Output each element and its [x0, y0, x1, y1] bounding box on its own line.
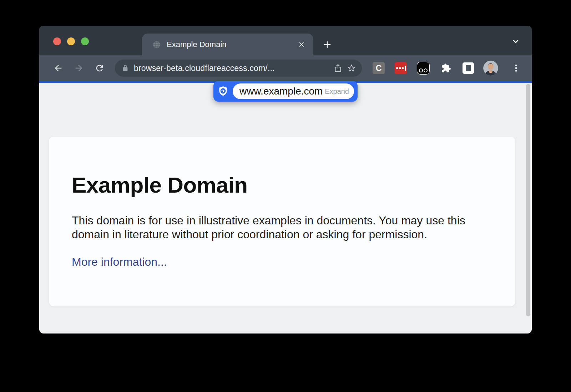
tab-close-icon[interactable]	[295, 39, 308, 51]
tab-search-chevron-icon[interactable]	[509, 36, 522, 46]
tab-title: Example Domain	[167, 40, 295, 49]
bookmark-star-icon[interactable]	[345, 61, 358, 75]
globe-favicon-icon	[152, 40, 161, 49]
expand-button[interactable]: Expand	[325, 87, 349, 96]
tab-strip: Example Domain	[39, 26, 532, 55]
content-card: Example Domain This domain is for use in…	[49, 137, 515, 306]
isolation-site-url: www.example.com	[239, 86, 323, 97]
page-paragraph: This domain is for use in illustrative e…	[72, 214, 489, 241]
extension-two-circles-icon[interactable]	[417, 62, 430, 75]
side-panel-icon[interactable]	[463, 62, 474, 74]
isolation-strip: www.example.com Expand	[39, 81, 532, 83]
scrollbar-thumb[interactable]	[526, 84, 530, 316]
profile-avatar[interactable]	[483, 61, 498, 76]
new-tab-button[interactable]	[320, 38, 334, 51]
isolation-site-pill[interactable]: www.example.com Expand	[233, 83, 354, 99]
browser-menu-icon[interactable]	[510, 61, 522, 76]
tab-example-domain[interactable]: Example Domain	[142, 34, 313, 55]
browser-window: Example Domain	[39, 26, 532, 334]
forward-icon[interactable]	[71, 60, 87, 76]
desktop-background: Example Domain	[0, 0, 571, 392]
zoom-window-button[interactable]	[81, 37, 89, 45]
toolbar: browser-beta.cloudflareaccess.com/... C	[39, 55, 532, 81]
window-controls	[53, 37, 89, 45]
minimize-window-button[interactable]	[67, 37, 75, 45]
isolation-url-widget[interactable]: www.example.com Expand	[213, 81, 358, 102]
url-text[interactable]: browser-beta.cloudflareaccess.com/...	[134, 63, 331, 73]
share-icon[interactable]	[331, 61, 345, 75]
isolation-shield-icon	[213, 85, 233, 97]
extension-c-icon[interactable]: C	[373, 62, 385, 74]
page-title: Example Domain	[72, 173, 490, 197]
back-icon[interactable]	[50, 60, 66, 76]
page-viewport: Example Domain This domain is for use in…	[39, 83, 532, 334]
extensions-row: C	[373, 62, 474, 75]
more-information-link[interactable]: More information...	[72, 255, 167, 269]
reload-icon[interactable]	[91, 60, 108, 76]
extensions-puzzle-icon[interactable]	[440, 62, 453, 75]
lock-icon	[121, 64, 129, 72]
close-window-button[interactable]	[53, 37, 61, 45]
extension-lastpass-icon[interactable]	[395, 62, 407, 74]
address-bar[interactable]: browser-beta.cloudflareaccess.com/...	[115, 60, 362, 77]
